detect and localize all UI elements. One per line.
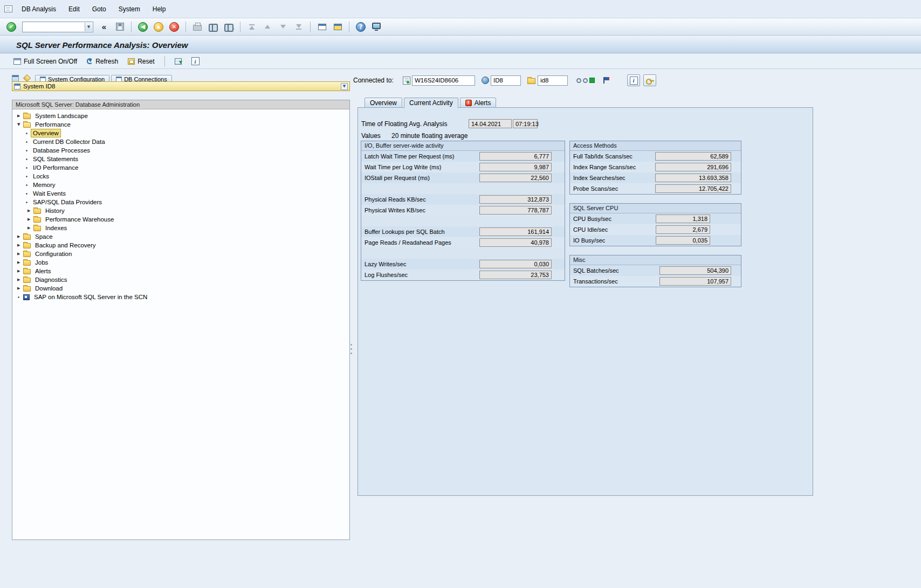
tree-item-sap-sql-data-providers[interactable]: SAP/SQL Data Providers	[12, 198, 349, 206]
tree-item-memory[interactable]: Memory	[12, 181, 349, 189]
help-button[interactable]: ?	[354, 20, 368, 33]
cancel-button[interactable]: ✕	[167, 20, 181, 33]
system-selector[interactable]: System ID8 ▼	[12, 81, 350, 91]
status-circle-icon	[583, 78, 588, 83]
server-field[interactable]: W16S24ID8606	[412, 75, 475, 86]
tree-item-history[interactable]: ▶History	[12, 206, 349, 215]
fullscreen-toggle-button[interactable]: Full Screen On/Off	[11, 56, 80, 67]
reset-button[interactable]: Reset	[125, 56, 157, 67]
tree-item-database-processes[interactable]: Database Processes	[12, 146, 349, 155]
find-next-button[interactable]: +	[222, 20, 236, 33]
metric-value: 62,589	[655, 152, 731, 161]
metric-value: 312,873	[479, 195, 552, 204]
expand-arrow-icon[interactable]: ▶	[17, 278, 23, 282]
expand-arrow-icon[interactable]: ▶	[17, 114, 23, 118]
metric-value: 12.705,422	[655, 184, 731, 193]
metric-label: Physical Writes KB/sec	[361, 207, 479, 213]
expand-arrow-icon[interactable]: ▶	[17, 287, 23, 290]
expand-arrow-icon[interactable]: ▶	[28, 218, 33, 222]
expand-arrow-icon[interactable]: ▶	[17, 252, 23, 256]
tree-item-space[interactable]: ▶Space	[12, 232, 349, 241]
tab-alerts[interactable]: !Alerts	[460, 98, 497, 108]
exit-button[interactable]: ▲	[152, 20, 166, 33]
floating-avg-time-field[interactable]: 07:19:13	[513, 119, 538, 128]
find-button[interactable]	[206, 20, 220, 33]
expand-arrow-icon[interactable]: ▶	[17, 261, 23, 265]
bullet-icon	[26, 184, 28, 186]
last-page-button[interactable]	[292, 20, 306, 33]
bullet-icon	[26, 193, 28, 195]
tree-item-alerts[interactable]: ▶Alerts	[12, 267, 349, 275]
metric-row: Index Range Scans/sec291,696	[570, 162, 741, 172]
expand-arrow-icon[interactable]: ▶	[17, 235, 23, 239]
export-button[interactable]	[172, 56, 184, 67]
save-button[interactable]	[113, 20, 127, 33]
metric-value: 161,914	[479, 227, 552, 236]
command-field[interactable]: ▼	[22, 22, 93, 32]
tree-item-performance[interactable]: ▼Performance	[12, 120, 349, 129]
tab-overview[interactable]: Overview	[365, 98, 402, 108]
expand-arrow-icon[interactable]: ▶	[17, 244, 23, 247]
previous-page-button[interactable]	[260, 20, 274, 33]
folder-icon	[23, 286, 31, 292]
tree-item-performance-warehouse[interactable]: ▶Performance Warehouse	[12, 215, 349, 224]
tree-item-wait-events[interactable]: Wait Events	[12, 189, 349, 198]
menu-edit[interactable]: Edit	[68, 4, 80, 14]
tree-item-indexes[interactable]: ▶Indexes	[12, 224, 349, 232]
metric-value: 107,957	[659, 277, 731, 286]
menu-db-analysis[interactable]: DB Analysis	[21, 4, 57, 14]
menu-bar: DB AnalysisEditGotoSystemHelp	[0, 0, 921, 18]
toolbar-separator	[240, 22, 240, 32]
enter-button[interactable]: ✔	[4, 20, 18, 33]
tree-item-configuration[interactable]: ▶Configuration	[12, 250, 349, 258]
tree-item-label: Jobs	[33, 259, 50, 266]
metric-row: Wait Time per Log Write (ms)9,987	[361, 162, 565, 172]
expand-arrow-icon[interactable]: ▶	[28, 209, 33, 213]
tree-item-current-db-collector-data[interactable]: Current DB Collector Data	[12, 137, 349, 146]
refresh-button[interactable]: Refresh	[84, 56, 121, 67]
tree-item-i-o-performance[interactable]: I/O Performance	[12, 163, 349, 172]
metric-label: Buffer Lookups per SQL Batch	[361, 229, 479, 235]
filter-icon[interactable]	[23, 74, 31, 82]
info-button[interactable]: i	[627, 74, 640, 86]
metric-value: 13.693,358	[655, 174, 731, 182]
print-button[interactable]	[190, 20, 204, 33]
metric-row: Log Flushes/sec23,753	[361, 269, 565, 280]
floating-avg-date-field[interactable]: 14.04.2021	[469, 119, 512, 128]
database-name-field[interactable]: id8	[538, 75, 568, 86]
splitter-handle[interactable]	[350, 344, 352, 354]
tree-item-locks[interactable]: Locks	[12, 172, 349, 181]
collapse-arrow-icon[interactable]: ▼	[17, 123, 23, 127]
customize-layout-button[interactable]	[369, 20, 383, 33]
tree-item-diagnostics[interactable]: ▶Diagnostics	[12, 275, 349, 284]
system-dropdown-button[interactable]: ▼	[341, 83, 348, 90]
hide-command-field-button[interactable]: «	[97, 20, 111, 33]
expand-arrow-icon[interactable]: ▶	[17, 269, 23, 273]
next-page-button[interactable]	[276, 20, 290, 33]
system-id-field[interactable]: ID8	[491, 75, 521, 86]
command-dropdown-icon[interactable]: ▼	[85, 23, 92, 31]
menu-goto[interactable]: Goto	[92, 4, 107, 14]
tree-item-sql-statements[interactable]: SQL Statements	[12, 155, 349, 163]
tab-current-activity[interactable]: Current Activity	[404, 98, 458, 108]
expand-arrow-icon[interactable]: ▶	[28, 226, 33, 230]
info-button-toolbar[interactable]: i	[189, 56, 202, 67]
tree-item-system-landscape[interactable]: ▶System Landscape	[12, 112, 349, 120]
back-button[interactable]: ◀	[136, 20, 150, 33]
authorization-keys-button[interactable]	[643, 74, 656, 86]
tree-item-jobs[interactable]: ▶Jobs	[12, 258, 349, 267]
binoculars-icon	[209, 24, 218, 30]
tree-item-backup-and-recovery[interactable]: ▶Backup and Recovery	[12, 241, 349, 250]
table-icon	[14, 84, 20, 89]
new-session-button[interactable]	[315, 20, 329, 33]
menu-help[interactable]: Help	[152, 4, 167, 14]
tree-item-sap-on-microsoft-sql-server-in-the-scn[interactable]: SAP on Microsoft SQL Server in the SCN	[12, 293, 349, 301]
page-title: SQL Server Performance Analysis: Overvie…	[16, 40, 188, 50]
create-shortcut-button[interactable]	[331, 20, 345, 33]
menu-system[interactable]: System	[118, 4, 141, 14]
tree-item-overview[interactable]: Overview	[12, 129, 349, 137]
first-page-button[interactable]	[245, 20, 259, 33]
shortcut-icon	[334, 24, 342, 30]
tree-item-download[interactable]: ▶Download	[12, 284, 349, 293]
metric-label: CPU Busy/sec	[570, 216, 656, 222]
